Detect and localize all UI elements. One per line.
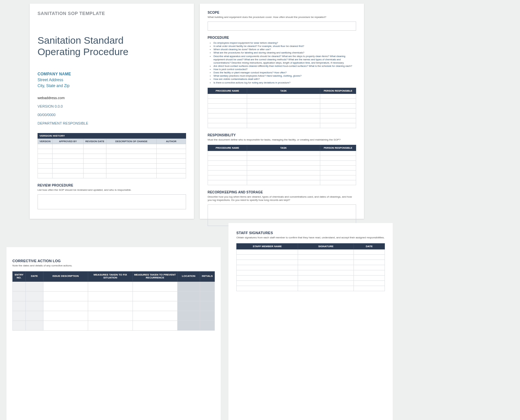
table-cell[interactable] (208, 123, 247, 128)
table-cell[interactable] (208, 160, 247, 165)
table-cell[interactable] (157, 173, 186, 178)
table-cell[interactable] (43, 281, 88, 291)
table-cell[interactable] (177, 321, 200, 330)
table-cell[interactable] (13, 291, 26, 301)
table-cell[interactable] (106, 169, 157, 173)
table-cell[interactable] (157, 164, 186, 169)
table-cell[interactable] (237, 270, 298, 276)
table-cell[interactable] (38, 154, 53, 159)
table-cell[interactable] (53, 164, 84, 169)
table-cell[interactable] (88, 291, 133, 301)
table-cell[interactable] (25, 281, 43, 291)
table-cell[interactable] (38, 173, 53, 178)
table-cell[interactable] (38, 164, 53, 169)
table-cell[interactable] (247, 118, 320, 123)
table-cell[interactable] (38, 144, 53, 149)
table-cell[interactable] (53, 159, 84, 164)
table-cell[interactable] (88, 281, 133, 291)
table-cell[interactable] (320, 175, 356, 180)
table-cell[interactable] (13, 301, 26, 311)
table-cell[interactable] (247, 103, 320, 108)
table-cell[interactable] (84, 154, 106, 159)
table-cell[interactable] (200, 301, 215, 311)
table-cell[interactable] (208, 170, 247, 175)
table-cell[interactable] (298, 270, 354, 276)
table-cell[interactable] (106, 149, 157, 154)
recordkeeping-input[interactable] (208, 204, 356, 226)
table-cell[interactable] (208, 113, 247, 118)
table-cell[interactable] (247, 98, 320, 103)
table-cell[interactable] (354, 276, 385, 281)
table-cell[interactable] (320, 94, 356, 98)
table-cell[interactable] (320, 160, 356, 165)
review-procedure-input[interactable] (38, 194, 186, 209)
scope-input[interactable] (208, 22, 356, 31)
table-cell[interactable] (237, 260, 298, 265)
table-cell[interactable] (247, 151, 320, 156)
table-cell[interactable] (208, 156, 247, 160)
table-cell[interactable] (84, 159, 106, 164)
table-cell[interactable] (247, 180, 320, 185)
table-cell[interactable] (106, 164, 157, 169)
table-cell[interactable] (106, 154, 157, 159)
table-cell[interactable] (208, 175, 247, 180)
table-cell[interactable] (157, 154, 186, 159)
table-cell[interactable] (354, 249, 385, 255)
table-cell[interactable] (157, 159, 186, 164)
table-cell[interactable] (200, 281, 215, 291)
table-cell[interactable] (84, 149, 106, 154)
table-cell[interactable] (320, 113, 356, 118)
table-cell[interactable] (298, 265, 354, 270)
table-cell[interactable] (247, 175, 320, 180)
table-cell[interactable] (247, 156, 320, 160)
table-cell[interactable] (43, 311, 88, 321)
table-cell[interactable] (247, 170, 320, 175)
table-cell[interactable] (247, 160, 320, 165)
table-cell[interactable] (354, 265, 385, 270)
table-cell[interactable] (298, 276, 354, 281)
table-cell[interactable] (133, 291, 177, 301)
table-cell[interactable] (247, 165, 320, 170)
table-cell[interactable] (38, 169, 53, 173)
table-cell[interactable] (25, 301, 43, 311)
table-cell[interactable] (38, 149, 53, 154)
table-cell[interactable] (177, 291, 200, 301)
table-cell[interactable] (237, 286, 298, 291)
table-cell[interactable] (208, 103, 247, 108)
table-cell[interactable] (320, 170, 356, 175)
table-cell[interactable] (43, 291, 88, 301)
table-cell[interactable] (320, 151, 356, 156)
table-cell[interactable] (157, 149, 186, 154)
table-cell[interactable] (88, 321, 133, 330)
table-cell[interactable] (237, 281, 298, 286)
table-cell[interactable] (320, 156, 356, 160)
table-cell[interactable] (298, 286, 354, 291)
table-cell[interactable] (320, 103, 356, 108)
table-cell[interactable] (354, 260, 385, 265)
table-cell[interactable] (237, 265, 298, 270)
table-cell[interactable] (106, 173, 157, 178)
table-cell[interactable] (354, 281, 385, 286)
table-cell[interactable] (88, 301, 133, 311)
table-cell[interactable] (298, 281, 354, 286)
table-cell[interactable] (247, 94, 320, 98)
table-cell[interactable] (84, 169, 106, 173)
table-cell[interactable] (84, 144, 106, 149)
table-cell[interactable] (320, 118, 356, 123)
table-cell[interactable] (84, 173, 106, 178)
table-cell[interactable] (247, 123, 320, 128)
table-cell[interactable] (133, 311, 177, 321)
table-cell[interactable] (25, 311, 43, 321)
table-cell[interactable] (354, 255, 385, 260)
table-cell[interactable] (354, 286, 385, 291)
table-cell[interactable] (106, 159, 157, 164)
table-cell[interactable] (25, 291, 43, 301)
table-cell[interactable] (106, 144, 157, 149)
table-cell[interactable] (320, 108, 356, 113)
table-cell[interactable] (157, 169, 186, 173)
table-cell[interactable] (200, 311, 215, 321)
table-cell[interactable] (247, 113, 320, 118)
table-cell[interactable] (13, 311, 26, 321)
table-cell[interactable] (298, 255, 354, 260)
table-cell[interactable] (320, 180, 356, 185)
